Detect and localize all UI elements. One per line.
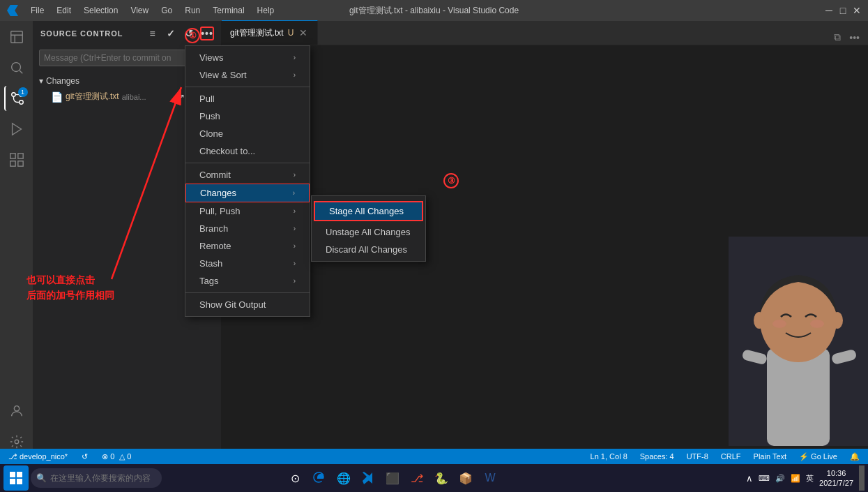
debug-activity-icon[interactable] (4, 117, 29, 142)
extensions-activity-icon[interactable] (4, 147, 29, 172)
menu-item-changes[interactable]: Changes › (185, 184, 310, 202)
taskbar-network-icon[interactable]: 📶 (791, 474, 800, 483)
list-view-button[interactable]: ≡ (146, 27, 160, 40)
spaces-status[interactable]: Spaces: 4 (637, 449, 677, 464)
menu-item-views[interactable]: Views › (185, 49, 310, 66)
branch-status[interactable]: ⎇ develop_nico* (6, 449, 70, 464)
errors-status[interactable]: ⊗ 0 △ 0 (99, 449, 134, 464)
source-control-activity-icon[interactable]: 1 (4, 86, 29, 111)
menu-item-remote[interactable]: Remote › (185, 237, 310, 255)
menu-item-commit[interactable]: Commit › (185, 166, 310, 184)
submenu-arrow-icon: › (294, 242, 296, 250)
svg-point-19 (832, 312, 843, 329)
file-item-left: 📄 git管理测试.txt alibai... (51, 91, 146, 103)
close-button[interactable]: ✕ (853, 6, 861, 15)
file-name: git管理测试.txt (66, 91, 119, 103)
svg-rect-7 (17, 154, 22, 158)
menu-item-stash[interactable]: Stash › (185, 255, 310, 272)
menu-terminal[interactable]: Terminal (207, 4, 250, 17)
taskbar-terminal-icon[interactable]: ⬛ (381, 467, 404, 489)
menu-item-pull[interactable]: Pull (185, 90, 310, 107)
submenu-arrow-icon: › (294, 207, 296, 215)
line-ending-text: CRLF (721, 452, 741, 461)
changes-header-left: ▾ Changes (39, 76, 79, 86)
svg-rect-26 (10, 479, 15, 484)
editor-line-1: t.txt (222, 51, 868, 65)
editor-line-2: 式 (222, 65, 868, 79)
taskbar-git-icon[interactable]: ⎇ (406, 467, 428, 489)
account-activity-icon[interactable] (4, 398, 29, 424)
taskbar-vscode-icon[interactable] (357, 467, 379, 489)
menu-item-show-git-output[interactable]: Show Git Output (185, 296, 310, 313)
taskbar-word-icon[interactable]: W (479, 467, 501, 489)
file-icon: 📄 (51, 91, 63, 103)
check-icon[interactable]: ✓ (164, 27, 178, 40)
submenu-arrow-icon: › (294, 225, 296, 232)
changes-label: Changes (46, 76, 79, 86)
menu-separator-2 (185, 163, 310, 163)
sync-icon: ↺ (82, 452, 88, 461)
menu-item-tags[interactable]: Tags › (185, 272, 310, 290)
go-live-button[interactable]: ⚡ Go Live (796, 449, 840, 464)
search-activity-icon[interactable] (4, 55, 29, 80)
svg-rect-9 (17, 161, 22, 166)
minimize-button[interactable]: ─ (825, 6, 833, 15)
menu-item-branch[interactable]: Branch › (185, 220, 310, 237)
notification-button[interactable]: 🔔 (847, 449, 862, 464)
context-menu-1[interactable]: Views › View & Sort › Pull Push Clone Ch… (185, 45, 310, 317)
menu-help[interactable]: Help (252, 4, 280, 17)
taskbar-cortana-icon[interactable]: ⊙ (284, 467, 306, 489)
line-col-status[interactable]: Ln 1, Col 8 (588, 449, 630, 464)
annotation-circle-3: ③ (443, 173, 459, 188)
svg-point-1 (11, 63, 20, 72)
maximize-button[interactable]: □ (839, 6, 847, 15)
taskbar-python-icon[interactable]: 🐍 (430, 467, 452, 489)
submenu-arrow-icon: › (293, 189, 295, 197)
file-path: alibai... (122, 93, 146, 101)
split-editor-icon[interactable]: ⧉ (831, 30, 844, 45)
taskbar-chrome-icon[interactable]: 🌐 (333, 467, 355, 489)
menu-go[interactable]: Go (155, 4, 178, 17)
activity-bar: 1 (0, 21, 33, 461)
warning-icon: △ (119, 452, 125, 461)
status-bar: ⎇ develop_nico* ↺ ⊗ 0 △ 0 Ln 1, Col 8 Sp… (0, 449, 868, 464)
main-layout: 1 (0, 21, 868, 461)
menu-item-view-sort[interactable]: View & Sort › (185, 66, 310, 84)
taskbar-edge-icon[interactable] (308, 467, 330, 489)
svg-point-11 (15, 440, 19, 444)
more-tab-actions-icon[interactable]: ••• (846, 31, 862, 45)
start-button[interactable] (3, 465, 29, 491)
svg-point-10 (14, 406, 19, 411)
menu-item-push[interactable]: Push (185, 107, 310, 125)
tab-label: git管理测试.txt (230, 27, 284, 39)
menu-item-unstage-all[interactable]: Unstage All Changes (312, 223, 425, 241)
menu-item-clone[interactable]: Clone (185, 125, 310, 142)
encoding-text: UTF-8 (687, 452, 708, 461)
menu-view[interactable]: View (125, 4, 154, 17)
taskbar-volume-icon[interactable]: 🔊 (775, 474, 785, 483)
editor-tab-0[interactable]: git管理测试.txt U ✕ (222, 20, 318, 45)
menu-selection[interactable]: Selection (78, 4, 123, 17)
taskbar-search-icon: 🔍 (36, 473, 47, 483)
menu-file[interactable]: File (25, 4, 50, 17)
menu-run[interactable]: Run (179, 4, 206, 17)
open-file-icon[interactable]: ↗ (178, 92, 185, 102)
branch-name: develop_nico* (20, 452, 68, 461)
menu-separator-3 (185, 292, 310, 293)
taskbar-search-input[interactable] (31, 468, 162, 488)
encoding-status[interactable]: UTF-8 (684, 449, 711, 464)
explorer-activity-icon[interactable] (4, 24, 29, 50)
context-menu-2[interactable]: Stage All Changes Unstage All Changes Di… (311, 195, 426, 262)
tab-close-button[interactable]: ✕ (298, 27, 309, 38)
show-desktop-button[interactable] (859, 465, 865, 491)
more-actions-button[interactable]: ••• (200, 27, 214, 40)
menu-item-discard-all[interactable]: Discard All Changes (312, 241, 425, 258)
menu-edit[interactable]: Edit (51, 4, 77, 17)
menu-item-checkout[interactable]: Checkout to... (185, 142, 310, 160)
sync-status[interactable]: ↺ (79, 449, 91, 464)
menu-item-pull-push[interactable]: Pull, Push › (185, 202, 310, 220)
line-ending-status[interactable]: CRLF (718, 449, 744, 464)
language-status[interactable]: Plain Text (751, 449, 790, 464)
taskbar-npm-icon[interactable]: 📦 (455, 467, 477, 489)
menu-item-stage-all[interactable]: Stage All Changes (314, 201, 423, 221)
